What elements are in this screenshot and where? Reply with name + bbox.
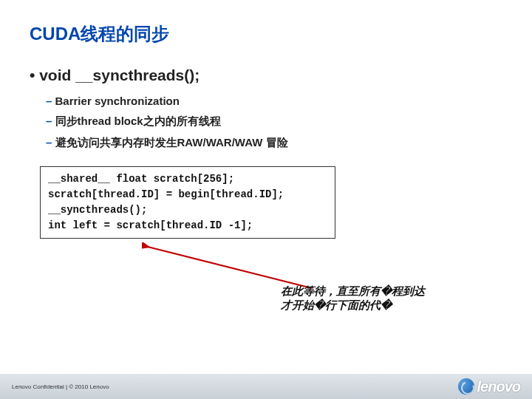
sub-bullet-item: – 避免访问共享内存时发生RAW/WAR/WAW 冒险 (46, 136, 502, 150)
caption-line: 在此等待，直至所有�程到达 (281, 284, 510, 299)
main-bullet: void __syncthreads(); (30, 66, 502, 84)
sub-bullet-item: – 同步thread block之内的所有线程 (46, 115, 502, 129)
lenovo-globe-icon (458, 378, 474, 395)
sub-bullet-text: Barrier synchronization (55, 95, 180, 107)
footer-copyright: Lenovo Confidential | © 2010 Lenovo (12, 383, 109, 390)
code-block: __shared__ float scratch[256]; scratch[t… (40, 166, 335, 239)
code-line: scratch[thread.ID] = begin[thread.ID]; (48, 187, 327, 202)
code-line: int left = scratch[thread.ID -1]; (48, 218, 327, 233)
sub-bullet-list: – Barrier synchronization – 同步thread blo… (46, 95, 502, 150)
dash-icon: – (46, 136, 55, 149)
annotation-caption: 在此等待，直至所有�程到达 才开始�行下面的代� (281, 284, 510, 313)
code-line: __syncthreads(); (48, 202, 327, 218)
footer-bar: Lenovo Confidential | © 2010 Lenovo leno… (0, 374, 532, 399)
svg-line-1 (148, 247, 312, 288)
sub-bullet-text: 避免访问共享内存时发生RAW/WAR/WAW 冒险 (55, 136, 288, 149)
code-line: __shared__ float scratch[256]; (48, 171, 327, 187)
sub-bullet-text: 同步thread block之内的所有线程 (55, 115, 221, 127)
caption-line: 才开始�行下面的代� (281, 299, 510, 313)
slide: CUDA线程的同步 void __syncthreads(); – Barrie… (0, 0, 532, 399)
sub-bullet-item: – Barrier synchronization (46, 95, 502, 107)
dash-icon: – (46, 95, 55, 107)
footer-logo: lenovo (458, 378, 520, 395)
dash-icon: – (46, 115, 55, 127)
lenovo-logo-text: lenovo (477, 378, 520, 395)
slide-title: CUDA线程的同步 (30, 22, 502, 46)
